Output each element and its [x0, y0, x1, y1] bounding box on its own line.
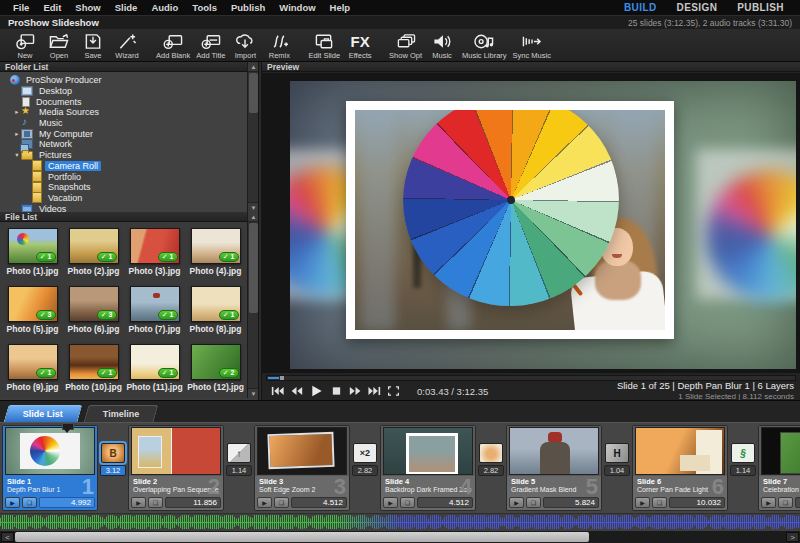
transition-icon[interactable] [479, 443, 503, 463]
file-list-scrollbar[interactable]: ▲ ▼ [247, 212, 258, 398]
slide-play-icon[interactable]: ▶ [5, 497, 20, 508]
file-item[interactable]: ✓ 1Photo (3).jpg [124, 228, 185, 286]
file-item[interactable]: ✓ 1Photo (4).jpg [185, 228, 246, 286]
horizontal-scrollbar[interactable]: < > [0, 531, 800, 543]
folder-item-music[interactable]: Music [0, 118, 247, 129]
photo-thumbnail[interactable]: ✓ 3 [69, 286, 119, 322]
file-item[interactable]: ✓ 1Photo (11).jpg [124, 344, 185, 396]
scrollbar-thumb[interactable] [15, 532, 589, 542]
slide-play-icon[interactable]: ▶ [761, 497, 776, 508]
save-button[interactable]: Save [76, 30, 110, 61]
slide-play-icon[interactable]: ▶ [383, 497, 398, 508]
import-button[interactable]: Import [228, 30, 262, 61]
audio-waveform[interactable] [0, 514, 800, 531]
slide-card-6[interactable]: Slide 6Corner Pan Fade Light6▶❏10.032 [632, 425, 728, 511]
folder-list-scrollbar[interactable]: ▲ ▼ [247, 62, 258, 212]
file-item[interactable]: ✓ 3Photo (5).jpg [2, 286, 63, 344]
effects-button[interactable]: FXEffects [343, 30, 377, 61]
photo-thumbnail[interactable]: ✓ 1 [130, 228, 180, 264]
new-button[interactable]: New [8, 30, 42, 61]
mode-tab-design[interactable]: DESIGN [667, 2, 728, 13]
file-item[interactable]: ✓ 3Photo (6).jpg [63, 286, 124, 344]
slide-play-icon[interactable]: ▶ [131, 497, 146, 508]
slide-thumbnail[interactable] [761, 427, 800, 475]
transition-widget[interactable]: 2.82 [476, 443, 506, 476]
scrollbar-thumb[interactable] [249, 223, 258, 313]
folder-item-camera-roll[interactable]: Camera Roll [0, 161, 247, 172]
skip-start-button[interactable] [268, 385, 287, 397]
menu-slide[interactable]: Slide [108, 2, 145, 13]
fullscreen-button[interactable] [384, 385, 403, 397]
rewind-button[interactable] [287, 385, 306, 397]
folder-item-videos[interactable]: Videos [0, 203, 247, 212]
photo-thumbnail[interactable]: ✓ 1 [8, 228, 58, 264]
folder-item-documents[interactable]: Documents [0, 96, 247, 107]
seek-thumb[interactable] [280, 376, 284, 380]
wizard-button[interactable]: Wizard [110, 30, 144, 61]
music-button[interactable]: Music [425, 30, 459, 61]
folder-item-proshow-producer[interactable]: ProShow Producer [0, 75, 247, 86]
tree-expander-icon[interactable]: ▸ [13, 130, 21, 138]
transition-icon[interactable]: § [731, 443, 755, 463]
photo-thumbnail[interactable]: ✓ 1 [69, 344, 119, 380]
folder-item-network[interactable]: Network [0, 139, 247, 150]
open-button[interactable]: Open [42, 30, 76, 61]
file-item[interactable]: ✓ 1Photo (1).jpg [2, 228, 63, 286]
slide-layers-icon[interactable]: ❏ [22, 497, 37, 508]
transition-widget[interactable]: B3.12 [98, 443, 128, 476]
add-blank-button[interactable]: Add Blank [153, 30, 193, 61]
tab-timeline[interactable]: Timeline [84, 405, 159, 422]
photo-thumbnail[interactable]: ✓ 1 [8, 344, 58, 380]
scrollbar-thumb[interactable] [249, 73, 258, 113]
mode-tab-build[interactable]: BUILD [614, 2, 667, 13]
slide-thumbnail[interactable] [5, 427, 95, 475]
file-item[interactable]: ✓ 1Photo (10).jpg [63, 344, 124, 396]
transition-icon[interactable]: B [101, 443, 125, 463]
slide-card-3[interactable]: Slide 3Soft Edge Zoom 23▶❏4.512 [254, 425, 350, 511]
slide-thumbnail[interactable] [635, 427, 725, 475]
slide-card-1[interactable]: Slide 1Depth Pan Blur 11▶❏4.992 [2, 425, 98, 511]
slide-card-7[interactable]: Slide 7Celebration Singl7▶❏ [758, 425, 800, 511]
menu-show[interactable]: Show [68, 2, 107, 13]
menu-file[interactable]: File [6, 2, 36, 13]
menu-tools[interactable]: Tools [185, 2, 224, 13]
fast-forward-button[interactable] [346, 385, 365, 397]
file-item[interactable]: ✓ 1Photo (9).jpg [2, 344, 63, 396]
folder-item-snapshots[interactable]: Snapshots [0, 182, 247, 193]
transition-icon[interactable]: H [605, 443, 629, 463]
transition-icon[interactable]: ↑ [227, 443, 251, 463]
slide-play-icon[interactable]: ▶ [257, 497, 272, 508]
tree-expander-icon[interactable]: ▸ [13, 108, 21, 116]
skip-end-button[interactable] [365, 385, 384, 397]
folder-item-my-computer[interactable]: ▸My Computer [0, 128, 247, 139]
slide-card-4[interactable]: Slide 4Backdrop Dark Framed Zoo...4▶❏4.5… [380, 425, 476, 511]
show-opt-button[interactable]: Show Opt [386, 30, 425, 61]
slide-layers-icon[interactable]: ❏ [274, 497, 289, 508]
slide-thumbnail[interactable] [257, 427, 347, 475]
sync-music-button[interactable]: Sync Music [510, 30, 554, 61]
photo-thumbnail[interactable]: ✓ 1 [191, 286, 241, 322]
slide-card-2[interactable]: Slide 2Overlapping Pan Sequence ...2▶❏11… [128, 425, 224, 511]
stop-button[interactable] [327, 385, 346, 397]
transition-widget[interactable]: ×22.82 [350, 443, 380, 476]
slide-layers-icon[interactable]: ❏ [148, 497, 163, 508]
slide-layers-icon[interactable]: ❏ [526, 497, 541, 508]
photo-thumbnail[interactable]: ✓ 1 [69, 228, 119, 264]
slide-thumbnail[interactable] [509, 427, 599, 475]
folder-item-desktop[interactable]: Desktop [0, 86, 247, 97]
file-item[interactable]: ✓ 1Photo (8).jpg [185, 286, 246, 344]
menu-edit[interactable]: Edit [36, 2, 68, 13]
transition-widget[interactable]: §1.14 [728, 443, 758, 476]
slide-play-icon[interactable]: ▶ [635, 497, 650, 508]
slide-card-5[interactable]: Slide 5Gradient Mask Blend5▶❏5.824 [506, 425, 602, 511]
play-button[interactable] [306, 384, 327, 398]
file-item[interactable]: ✓ 2Photo (12).jpg [185, 344, 246, 396]
folder-item-pictures[interactable]: ▾Pictures [0, 150, 247, 161]
photo-thumbnail[interactable]: ✓ 1 [130, 344, 180, 380]
folder-item-portfolio[interactable]: Portfolio [0, 171, 247, 182]
menu-publish[interactable]: Publish [224, 2, 272, 13]
photo-thumbnail[interactable]: ✓ 1 [191, 228, 241, 264]
music-library-button[interactable]: Music Library [459, 30, 510, 61]
playhead-marker[interactable] [62, 423, 72, 432]
scroll-left-icon[interactable]: < [1, 532, 14, 542]
